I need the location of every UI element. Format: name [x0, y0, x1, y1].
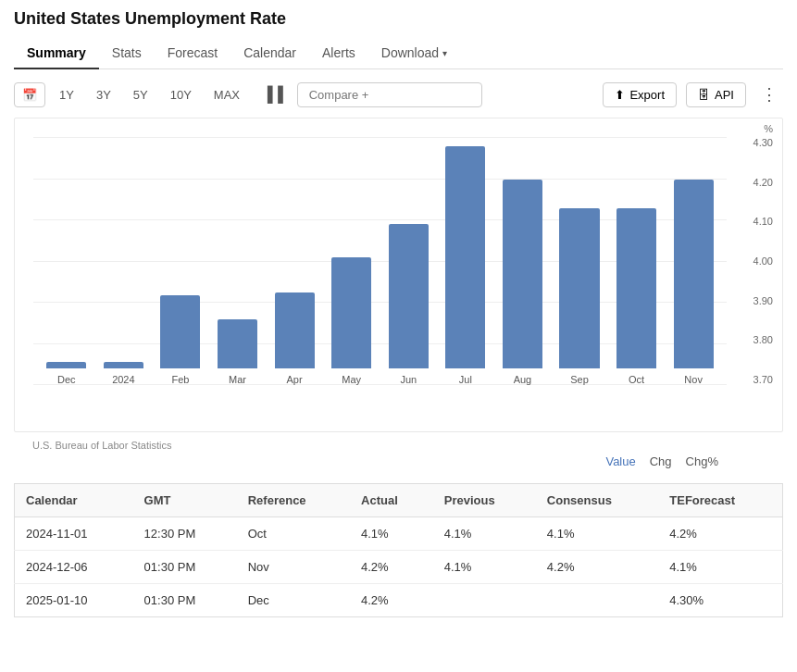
bar-label: Dec: [57, 374, 76, 385]
bar: [46, 362, 86, 368]
table-cell: 4.1%: [658, 551, 782, 584]
bar: [503, 180, 542, 368]
bar-group[interactable]: Apr: [266, 292, 323, 385]
bar-group[interactable]: Jun: [380, 224, 437, 385]
tab-alerts[interactable]: Alerts: [309, 38, 368, 69]
y-axis-label: 4.10: [753, 216, 773, 227]
bar: [389, 224, 429, 368]
period-10y-button[interactable]: 10Y: [162, 82, 200, 107]
toolbar-right: ⬆ Export 🗄 API ⋮: [603, 81, 783, 108]
period-max-button[interactable]: MAX: [205, 82, 248, 107]
table-column-header: GMT: [133, 484, 237, 517]
calendar-icon: 📅: [22, 88, 37, 102]
bar-label: Jun: [400, 374, 417, 385]
table-cell: 4.1%: [433, 551, 536, 584]
bar-group[interactable]: Oct: [608, 208, 666, 385]
y-axis-unit: %: [764, 123, 773, 134]
export-button[interactable]: ⬆ Export: [603, 82, 677, 107]
bar-group[interactable]: Nov: [665, 180, 722, 385]
y-axis: 4.304.204.104.003.903.803.70: [753, 137, 773, 385]
calendar-button[interactable]: 📅: [14, 82, 45, 107]
table-cell: 4.1%: [350, 517, 433, 551]
chart-footer: Value Chg Chg%: [14, 454, 718, 468]
more-options-button[interactable]: ⋮: [755, 81, 783, 108]
footer-chgpct-label[interactable]: Chg%: [686, 454, 718, 468]
table-cell: 4.2%: [536, 551, 658, 584]
bar-group[interactable]: Feb: [152, 295, 209, 385]
bar-label: Jul: [459, 374, 472, 385]
footer-chg-label[interactable]: Chg: [650, 454, 672, 468]
database-icon: 🗄: [698, 88, 710, 102]
period-5y-button[interactable]: 5Y: [125, 82, 156, 107]
table-column-header: Calendar: [15, 484, 133, 517]
bar: [616, 208, 656, 368]
data-table: CalendarGMTReferenceActualPreviousConsen…: [14, 483, 783, 617]
tab-stats[interactable]: Stats: [99, 38, 155, 69]
table-cell: 4.1%: [536, 517, 658, 551]
bar-group[interactable]: Sep: [551, 208, 608, 385]
period-3y-button[interactable]: 3Y: [88, 82, 119, 107]
bar-group[interactable]: Dec: [38, 362, 95, 385]
bar-group[interactable]: May: [323, 257, 380, 385]
bar-group[interactable]: Mar: [209, 319, 267, 385]
table-row[interactable]: 2024-12-0601:30 PMNov4.2%4.1%4.2%4.1%: [15, 551, 783, 584]
tab-calendar[interactable]: Calendar: [230, 38, 309, 69]
table-cell: 4.2%: [658, 517, 782, 551]
table-column-header: Actual: [350, 484, 433, 517]
table-column-header: TEForecast: [658, 484, 782, 517]
bar: [674, 180, 714, 368]
table-column-header: Consensus: [536, 484, 658, 517]
table-cell: Dec: [237, 584, 350, 617]
export-label: Export: [629, 88, 665, 102]
tab-forecast[interactable]: Forecast: [155, 38, 230, 69]
bar-label: Feb: [171, 374, 189, 385]
bar: [218, 319, 257, 368]
api-label: API: [715, 88, 734, 102]
api-button[interactable]: 🗄 API: [686, 82, 746, 107]
table-cell: [536, 584, 658, 617]
y-axis-label: 4.20: [753, 177, 773, 188]
table-cell: 2024-12-06: [15, 551, 133, 584]
y-axis-label: 3.90: [753, 295, 773, 306]
bar: [445, 146, 485, 368]
period-1y-button[interactable]: 1Y: [51, 82, 82, 107]
tab-bar: Summary Stats Forecast Calendar Alerts D…: [14, 38, 783, 69]
y-axis-label: 4.30: [753, 137, 773, 148]
table-row[interactable]: 2024-11-0112:30 PMOct4.1%4.1%4.1%4.2%: [15, 517, 783, 551]
bar: [331, 257, 371, 368]
page-title: United States Unemployment Rate: [14, 9, 783, 29]
chart-container: % Dec2024FebMarAprMayJunJulAugSepOctNov …: [14, 118, 783, 432]
chart-source: U.S. Bureau of Labor Statistics: [32, 440, 783, 451]
tab-download[interactable]: Download ▾: [368, 38, 460, 69]
chevron-down-icon: ▾: [442, 48, 447, 58]
table-row[interactable]: 2025-01-1001:30 PMDec4.2%4.30%: [15, 584, 783, 617]
chart-inner: Dec2024FebMarAprMayJunJulAugSepOctNov: [33, 137, 727, 385]
bar: [160, 295, 200, 368]
bar-group[interactable]: 2024: [95, 362, 153, 385]
bar-label: Nov: [684, 374, 703, 385]
table-cell: 4.30%: [658, 584, 782, 617]
bar: [275, 292, 315, 368]
bar-group[interactable]: Aug: [494, 180, 552, 385]
toolbar: 📅 1Y 3Y 5Y 10Y MAX ▐▐ ⬆ Export 🗄 API ⋮: [14, 81, 783, 108]
table-cell: 01:30 PM: [133, 584, 237, 617]
table-cell: Oct: [237, 517, 350, 551]
footer-value-label[interactable]: Value: [605, 454, 635, 468]
bar-group[interactable]: Jul: [437, 146, 494, 385]
table-column-header: Previous: [433, 484, 536, 517]
y-axis-label: 3.70: [753, 374, 773, 385]
bar-label: May: [342, 374, 361, 385]
chart-type-button[interactable]: ▐▐: [254, 81, 292, 108]
bar-label: Aug: [514, 374, 532, 385]
table-cell: 4.2%: [350, 584, 433, 617]
bar: [559, 208, 599, 368]
tab-summary[interactable]: Summary: [14, 38, 99, 69]
bar-label: Apr: [287, 374, 303, 385]
compare-input[interactable]: [297, 82, 482, 107]
table-header-row: CalendarGMTReferenceActualPreviousConsen…: [15, 484, 783, 517]
table-cell: 01:30 PM: [133, 551, 237, 584]
bar-label: Mar: [229, 374, 246, 385]
table-cell: 2025-01-10: [15, 584, 133, 617]
table-cell: 4.1%: [433, 517, 536, 551]
bar: [104, 362, 143, 368]
